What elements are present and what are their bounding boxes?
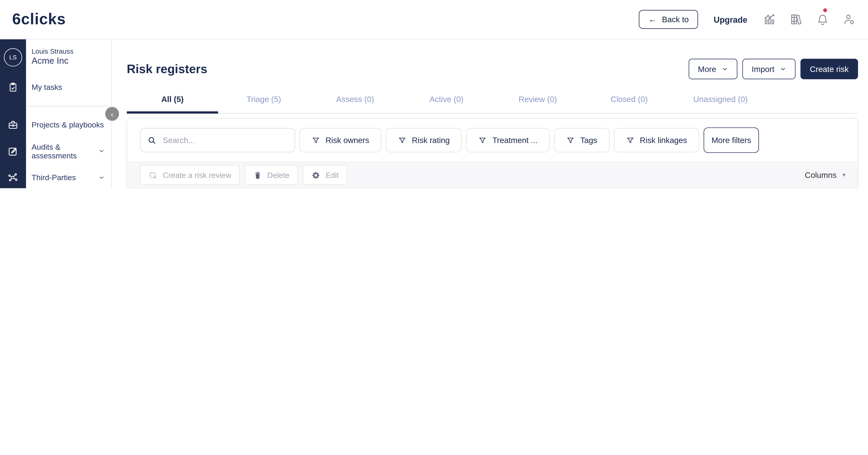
- user-settings-icon[interactable]: [843, 13, 856, 26]
- funnel-icon: [566, 136, 575, 145]
- delete-button-label: Delete: [267, 171, 290, 180]
- sidebar-item-label: My tasks: [26, 83, 111, 91]
- filter-chip-label: Tags: [580, 136, 597, 145]
- topbar-right: ← Back to Upgrade: [639, 10, 856, 29]
- chevron-down-icon: [722, 66, 728, 72]
- filter-chip-label: Risk rating: [412, 136, 450, 145]
- funnel-icon: [312, 136, 320, 145]
- back-button[interactable]: ← Back to: [639, 10, 698, 29]
- tab-active[interactable]: Active (0): [401, 95, 492, 113]
- funnel-icon: [479, 136, 487, 145]
- edit-square-icon: [0, 145, 26, 157]
- tab-unassigned[interactable]: Unassigned (0): [675, 95, 766, 113]
- delete-button[interactable]: Delete: [245, 165, 298, 185]
- tab-all[interactable]: All (5): [127, 95, 218, 113]
- filter-risk-rating[interactable]: Risk rating: [386, 128, 462, 152]
- more-button[interactable]: More: [688, 59, 737, 79]
- sidebar: ‹ LS Louis Strauss Acme Inc: [0, 39, 112, 188]
- user-name: Louis Strauss: [32, 48, 109, 56]
- import-button[interactable]: Import: [742, 59, 796, 79]
- tab-assess[interactable]: Assess (0): [309, 95, 401, 113]
- sidebar-user[interactable]: LS Louis Strauss Acme Inc: [0, 39, 111, 75]
- app-window: 6clicks ← Back to Upgrade: [0, 0, 868, 188]
- tab-triage[interactable]: Triage (5): [218, 95, 309, 113]
- gear-icon: [311, 171, 321, 180]
- columns-label: Columns: [805, 171, 836, 180]
- user-org: Acme Inc: [32, 56, 109, 66]
- sidebar-item-label: Projects & playbooks: [26, 120, 111, 130]
- filter-chip-label: Treatment ...: [492, 136, 537, 145]
- create-risk-review-button[interactable]: Create a risk review: [140, 165, 240, 185]
- analytics-icon[interactable]: [763, 13, 776, 26]
- filter-risk-owners[interactable]: Risk owners: [300, 128, 381, 152]
- filter-chip-label: Risk linkages: [640, 136, 687, 145]
- filter-risk-linkages[interactable]: Risk linkages: [614, 128, 699, 152]
- import-button-label: Import: [752, 65, 774, 74]
- sidebar-item-projects[interactable]: Projects & playbooks: [0, 113, 111, 138]
- clipboard-check-icon: [0, 81, 26, 93]
- page-title: Risk registers: [127, 62, 689, 76]
- arrow-left-icon: ←: [648, 15, 657, 24]
- filter-bar: Risk owners Risk rating Treatment ... Ta…: [127, 119, 858, 162]
- bulk-action-bar: Create a risk review Delete: [127, 162, 858, 188]
- notification-dot: [823, 8, 827, 12]
- upgrade-link[interactable]: Upgrade: [714, 15, 747, 24]
- topbar-icons: [763, 13, 856, 26]
- sidebar-item-label: Audits & assessments: [26, 142, 99, 160]
- trash-icon: [253, 171, 262, 180]
- briefcase-icon: [0, 119, 26, 131]
- create-risk-review-label: Create a risk review: [163, 171, 231, 180]
- sidebar-collapse-button[interactable]: ‹: [105, 107, 119, 121]
- logo: 6clicks: [12, 10, 66, 28]
- funnel-icon: [398, 136, 406, 145]
- filter-tags[interactable]: Tags: [554, 128, 610, 152]
- sidebar-item-my-tasks[interactable]: My tasks: [0, 75, 111, 99]
- search-input[interactable]: [162, 136, 288, 146]
- notifications-bell-icon[interactable]: [816, 13, 829, 26]
- chevron-down-icon: [780, 66, 786, 72]
- main-content: Risk registers More Import Create risk A…: [112, 39, 868, 188]
- sidebar-divider: [0, 99, 111, 113]
- sidebar-item-label: Third-Parties: [26, 173, 99, 182]
- filter-chip-label: Risk owners: [326, 136, 369, 145]
- search-icon: [147, 136, 157, 145]
- edit-button[interactable]: Edit: [303, 165, 347, 185]
- edit-button-label: Edit: [326, 171, 339, 180]
- search-box: [140, 128, 295, 152]
- columns-dropdown[interactable]: Columns ▼: [805, 171, 846, 180]
- chevron-down-icon: [98, 146, 105, 156]
- create-risk-button[interactable]: Create risk: [800, 59, 858, 79]
- more-filters-button[interactable]: More filters: [704, 128, 759, 153]
- library-icon[interactable]: [789, 13, 803, 26]
- sidebar-item-audits[interactable]: Audits & assessments: [0, 137, 111, 165]
- tab-review[interactable]: Review (0): [492, 95, 584, 113]
- funnel-icon: [626, 136, 634, 145]
- network-icon: [0, 172, 26, 183]
- back-button-label: Back to: [662, 15, 689, 24]
- topbar: 6clicks ← Back to Upgrade: [0, 0, 868, 39]
- sidebar-item-third-parties[interactable]: Third-Parties: [0, 165, 111, 188]
- more-button-label: More: [698, 65, 716, 74]
- risk-list-card: Risk owners Risk rating Treatment ... Ta…: [127, 118, 858, 188]
- avatar: LS: [4, 48, 22, 66]
- tab-bar: All (5) Triage (5) Assess (0) Active (0)…: [127, 95, 858, 114]
- tab-closed[interactable]: Closed (0): [584, 95, 675, 113]
- filter-treatment[interactable]: Treatment ...: [466, 128, 550, 152]
- chevron-down-icon: [98, 173, 105, 183]
- calendar-plus-icon: [148, 171, 158, 180]
- dropdown-triangle-icon: ▼: [841, 173, 846, 178]
